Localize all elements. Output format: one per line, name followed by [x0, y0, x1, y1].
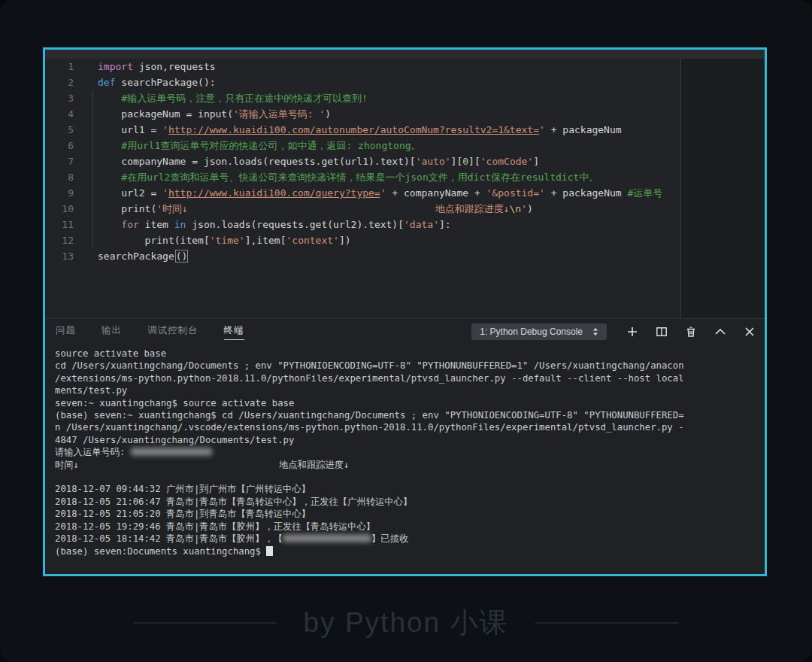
panel-header: 问题输出调试控制台终端 1: Python Debug Console	[45, 319, 765, 345]
terminal-line: 2018-12-05 19:29:46 青岛市|青岛市【胶州】，正发往【青岛转运…	[55, 521, 765, 533]
terminal-line: 2018-12-07 09:44:32 广州市|到广州市【广州转运中心】	[55, 483, 765, 495]
line-number: 3	[45, 90, 98, 106]
minimap-divider	[680, 59, 681, 318]
code-text: for item in json.loads(requests.get(url2…	[98, 217, 451, 232]
close-panel-icon[interactable]	[744, 326, 756, 338]
code-line: 12 print(item['time'],item['context'])	[45, 232, 680, 248]
line-number: 5	[45, 122, 98, 138]
code-text: searchPackage()	[98, 248, 188, 264]
code-line: 4 packageNum = input('请输入运单号码: ')	[45, 106, 680, 122]
terminal-line: 2018-12-05 21:05:20 青岛市|到青岛市【青岛转运中心】	[55, 508, 765, 520]
updown-arrows-icon	[589, 326, 601, 338]
terminal-line: ments/test.py	[55, 384, 765, 396]
panel-tab-output[interactable]: 输出	[102, 324, 122, 340]
terminal-cursor	[266, 546, 273, 556]
terminal-line	[55, 471, 765, 483]
terminal-line: seven:~ xuantingchang$ source activate b…	[55, 397, 765, 409]
code-text: url1 = 'http://www.kuaidi100.com/autonum…	[98, 122, 622, 138]
line-number: 10	[45, 201, 98, 217]
editor-tab-strip	[45, 50, 765, 59]
terminal-line: n /Users/xuantingchang/.vscode/extension…	[55, 421, 765, 433]
terminal-line: 2018-12-05 21:06:47 青岛市|青岛市【青岛转运中心】，正发往【…	[55, 496, 765, 508]
redacted-text	[131, 448, 212, 456]
code-text: #在用url2查询和运单号、快递公司来查询快递详情，结果是一个json文件，用d…	[98, 169, 598, 185]
caption-line-right	[535, 622, 678, 624]
terminal-line: source activate base	[55, 348, 765, 360]
panel-tab-problems[interactable]: 问题	[56, 324, 76, 340]
page-frame: 1import json,requests2def searchPackage(…	[0, 0, 812, 662]
code-line: 3 #输入运单号码，注意，只有正在途中的快递才可以查到!	[45, 90, 680, 106]
terminal-line: /extensions/ms-python.python-2018.11.0/p…	[55, 372, 765, 384]
terminal-line: (base) seven:~ xuantingchang$ cd /Users/…	[55, 409, 765, 421]
terminal-line: 2018-12-05 18:14:42 青岛市|青岛市【胶州】，【】已揽收	[55, 533, 765, 545]
code-text: def searchPackage():	[98, 74, 216, 90]
code-text: packageNum = input('请输入运单号码: ')	[98, 106, 331, 122]
terminal-line: 请输入运单号码:	[55, 446, 765, 458]
terminal-line: (base) seven:Documents xuantingchang$	[55, 545, 765, 557]
line-number: 13	[45, 248, 98, 264]
code-line: 5 url1 = 'http://www.kuaidi100.com/auton…	[45, 122, 680, 138]
redacted-text	[283, 534, 371, 542]
code-window: 1import json,requests2def searchPackage(…	[43, 47, 767, 576]
terminal-selector-label: 1: Python Debug Console	[480, 326, 583, 337]
code-text: import json,requests	[98, 59, 216, 74]
code-rows: 1import json,requests2def searchPackage(…	[45, 59, 680, 264]
code-line: 13searchPackage()	[45, 248, 680, 264]
code-editor[interactable]: 1import json,requests2def searchPackage(…	[45, 59, 765, 318]
panel-tabs: 问题输出调试控制台终端	[56, 324, 244, 340]
code-line: 8 #在用url2查询和运单号、快递公司来查询快递详情，结果是一个json文件，…	[45, 169, 680, 185]
panel-action-icons	[626, 326, 756, 338]
code-text: print('时间↓ 地点和跟踪进度↓\n')	[98, 201, 533, 217]
kill-terminal-icon[interactable]	[685, 326, 697, 338]
minimap-area	[681, 59, 765, 318]
code-text: print(item['time'],item['context'])	[98, 232, 351, 248]
terminal-selector[interactable]: 1: Python Debug Console	[471, 323, 607, 340]
code-line: 6 #用url1查询运单号对应的快递公司，如中通，返回: zhongtong。	[45, 138, 680, 153]
indent-guide	[92, 91, 93, 249]
caption: by Python 小课	[0, 602, 812, 644]
maximize-panel-icon[interactable]	[714, 326, 726, 338]
line-number: 11	[45, 217, 98, 232]
code-line: 2def searchPackage():	[45, 74, 680, 90]
code-line: 11 for item in json.loads(requests.get(u…	[45, 217, 680, 232]
line-number: 9	[45, 185, 98, 201]
new-terminal-icon[interactable]	[626, 326, 638, 338]
terminal-line: cd /Users/xuantingchang/Documents ; env …	[55, 360, 765, 372]
line-number: 2	[45, 74, 98, 90]
code-line: 1import json,requests	[45, 59, 680, 74]
panel-tab-debug-console[interactable]: 调试控制台	[147, 324, 198, 340]
line-number: 1	[45, 59, 98, 74]
terminal-line: 4847 /Users/xuantingchang/Documents/test…	[55, 434, 765, 446]
split-terminal-icon[interactable]	[656, 326, 668, 338]
panel-tab-terminal[interactable]: 终端	[224, 324, 244, 340]
code-text: #输入运单号码，注意，只有正在途中的快递才可以查到!	[98, 90, 368, 106]
line-number: 6	[45, 138, 98, 153]
code-line: 7 companyName = json.loads(requests.get(…	[45, 153, 680, 169]
terminal-output[interactable]: source activate basecd /Users/xuantingch…	[45, 345, 765, 557]
line-number: 8	[45, 169, 98, 185]
caption-line-left	[134, 622, 277, 624]
line-number: 4	[45, 106, 98, 122]
caption-text: by Python 小课	[304, 604, 509, 642]
code-line: 10 print('时间↓ 地点和跟踪进度↓\n')	[45, 201, 680, 217]
code-text: companyName = json.loads(requests.get(ur…	[98, 153, 539, 169]
terminal-line: 时间↓地点和跟踪进度↓	[55, 459, 765, 471]
code-text: url2 = 'http://www.kuaidi100.com/query?t…	[98, 185, 662, 201]
bottom-panel: 问题输出调试控制台终端 1: Python Debug Console sour…	[45, 318, 765, 574]
code-line: 9 url2 = 'http://www.kuaidi100.com/query…	[45, 185, 680, 201]
code-text: #用url1查询运单号对应的快递公司，如中通，返回: zhongtong。	[98, 138, 421, 153]
line-number: 7	[45, 153, 98, 169]
line-number: 12	[45, 232, 98, 248]
